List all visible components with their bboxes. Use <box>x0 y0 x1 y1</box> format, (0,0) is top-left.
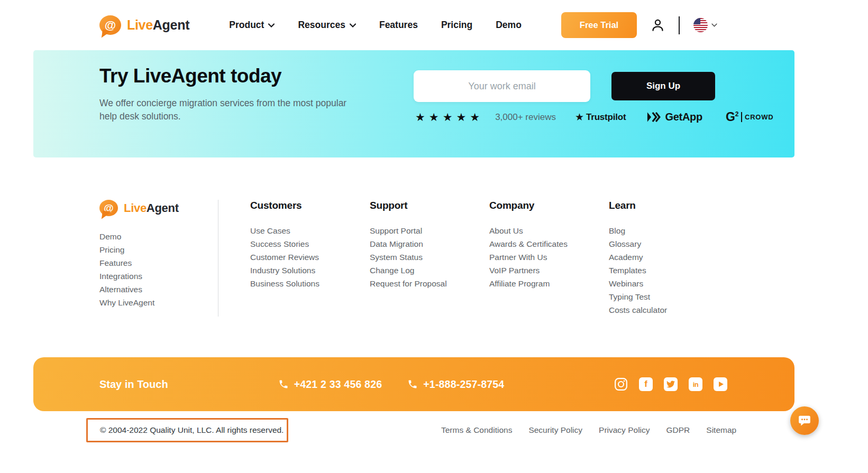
five-stars-icon: ★★★★★ <box>415 111 483 124</box>
linkedin-icon[interactable]: in <box>689 377 702 391</box>
footer-link-request-for-proposal[interactable]: Request for Proposal <box>370 277 489 290</box>
stay-in-touch-title: Stay in Touch <box>99 378 168 391</box>
footer-link-support-portal[interactable]: Support Portal <box>370 224 489 237</box>
header-divider <box>679 16 680 34</box>
chat-widget-button[interactable] <box>790 406 819 435</box>
liveagent-logo[interactable]: @ LiveAgent <box>99 15 189 35</box>
footer-link-costs-calculator[interactable]: Costs calculator <box>609 303 728 317</box>
footer-link-webinars[interactable]: Webinars <box>609 277 728 290</box>
getapp-chevrons-icon <box>647 112 661 123</box>
trustpilot-logo: ★ Trustpilot <box>575 111 626 123</box>
footer-column-customers: Customers Use Cases Success Stories Cust… <box>250 200 370 317</box>
bottom-bar: © 2004-2022 Quality Unit, LLC. All right… <box>0 411 868 468</box>
nav-demo-label: Demo <box>496 20 522 31</box>
privacy-policy-link[interactable]: Privacy Policy <box>599 425 650 435</box>
gdpr-link[interactable]: GDPR <box>666 425 690 435</box>
footer-link-industry-solutions[interactable]: Industry Solutions <box>250 264 370 277</box>
twitter-icon[interactable] <box>664 377 678 391</box>
footer-link-change-log[interactable]: Change Log <box>370 264 489 277</box>
copyright-highlight-box: © 2004-2022 Quality Unit, LLC. All right… <box>86 418 288 442</box>
footer-link-customer-reviews[interactable]: Customer Reviews <box>250 251 370 264</box>
phone-number-2[interactable]: +1-888-257-8754 <box>407 378 504 391</box>
footer-link-success-stories[interactable]: Success Stories <box>250 237 370 251</box>
reviews-count: 3,000+ reviews <box>495 112 556 123</box>
youtube-icon[interactable] <box>714 377 727 391</box>
footer-link-typing-test[interactable]: Typing Test <box>609 290 728 303</box>
footer-link-about-us[interactable]: About Us <box>489 224 609 237</box>
top-navigation: @ LiveAgent Product Resources Features P… <box>0 0 868 50</box>
footer-link-awards-certificates[interactable]: Awards & Certificates <box>489 237 609 251</box>
footer-link-why-liveagent[interactable]: Why LiveAgent <box>99 296 218 309</box>
g2-crowd-logo: G2 CROWD <box>726 110 774 124</box>
liveagent-logo-text: LiveAgent <box>127 17 189 33</box>
header-actions: Free Trial <box>561 12 717 38</box>
footer-links-section: @ LiveAgent Demo Pricing Features Integr… <box>33 200 835 317</box>
main-nav: Product Resources Features Pricing Demo <box>229 20 522 31</box>
column-heading: Support <box>370 200 489 211</box>
liveagent-bubble-icon: @ <box>99 200 118 216</box>
work-email-input[interactable] <box>414 70 590 102</box>
sign-up-button[interactable]: Sign Up <box>611 72 715 100</box>
column-heading: Company <box>489 200 609 211</box>
column-heading: Customers <box>250 200 370 211</box>
phone-icon <box>407 379 418 389</box>
trustpilot-star-icon: ★ <box>575 111 584 123</box>
footer-link-blog[interactable]: Blog <box>609 224 728 237</box>
sitemap-link[interactable]: Sitemap <box>706 425 736 435</box>
footer-quick-links: Demo Pricing Features Integrations Alter… <box>99 230 218 309</box>
footer-link-integrations[interactable]: Integrations <box>99 270 218 283</box>
footer-liveagent-logo[interactable]: @ LiveAgent <box>99 200 218 216</box>
us-flag-icon <box>693 18 708 32</box>
footer-link-affiliate-program[interactable]: Affiliate Program <box>489 277 609 290</box>
free-trial-button[interactable]: Free Trial <box>561 12 637 38</box>
phone-number-1[interactable]: +421 2 33 456 826 <box>278 378 382 391</box>
nav-features-label: Features <box>379 20 418 31</box>
cta-title: Try LiveAgent today <box>99 65 281 87</box>
liveagent-bubble-icon: @ <box>99 15 121 35</box>
phone-icon <box>278 379 289 389</box>
signup-cta-section: Try LiveAgent today We offer concierge m… <box>33 50 794 157</box>
footer-column-company: Company About Us Awards & Certificates P… <box>489 200 609 317</box>
chevron-down-icon <box>711 23 717 27</box>
terms-conditions-link[interactable]: Terms & Conditions <box>441 425 512 435</box>
cta-subtitle: We offer concierge migration services fr… <box>99 97 359 123</box>
security-policy-link[interactable]: Security Policy <box>528 425 582 435</box>
chevron-down-icon <box>350 23 356 27</box>
chat-bubble-icon <box>797 414 812 428</box>
footer-brand-column: @ LiveAgent Demo Pricing Features Integr… <box>99 200 218 317</box>
nav-resources[interactable]: Resources <box>298 20 356 31</box>
footer-link-features[interactable]: Features <box>99 256 218 270</box>
phone-numbers: +421 2 33 456 826 +1-888-257-8754 <box>278 378 505 391</box>
nav-features[interactable]: Features <box>379 20 418 31</box>
footer-link-demo[interactable]: Demo <box>99 230 218 243</box>
footer-link-glossary[interactable]: Glossary <box>609 237 728 251</box>
reviews-row: ★★★★★ 3,000+ reviews ★ Trustpilot GetApp… <box>415 110 774 124</box>
nav-pricing-label: Pricing <box>441 20 472 31</box>
footer-link-data-migration[interactable]: Data Migration <box>370 237 489 251</box>
account-icon[interactable] <box>651 18 665 32</box>
footer-link-academy[interactable]: Academy <box>609 251 728 264</box>
footer-link-system-status[interactable]: System Status <box>370 251 489 264</box>
instagram-icon[interactable] <box>614 377 628 391</box>
social-icons: f in <box>614 377 727 391</box>
nav-pricing[interactable]: Pricing <box>441 20 472 31</box>
footer-link-pricing[interactable]: Pricing <box>99 243 218 256</box>
language-selector[interactable] <box>693 18 717 32</box>
legal-links: Terms & Conditions Security Policy Priva… <box>441 418 736 442</box>
chevron-down-icon <box>268 23 275 27</box>
nav-resources-label: Resources <box>298 20 345 31</box>
copyright-text: © 2004-2022 Quality Unit, LLC. All right… <box>100 425 284 435</box>
footer-link-use-cases[interactable]: Use Cases <box>250 224 370 237</box>
column-heading: Learn <box>609 200 728 211</box>
nav-demo[interactable]: Demo <box>496 20 522 31</box>
facebook-icon[interactable]: f <box>639 377 653 391</box>
footer-link-business-solutions[interactable]: Business Solutions <box>250 277 370 290</box>
nav-product[interactable]: Product <box>229 20 275 31</box>
footer-link-templates[interactable]: Templates <box>609 264 728 277</box>
footer-link-alternatives[interactable]: Alternatives <box>99 283 218 296</box>
footer-column-support: Support Support Portal Data Migration Sy… <box>370 200 489 317</box>
footer-link-voip-partners[interactable]: VoIP Partners <box>489 264 609 277</box>
footer-link-partner-with-us[interactable]: Partner With Us <box>489 251 609 264</box>
getapp-logo: GetApp <box>647 111 702 123</box>
footer-column-learn: Learn Blog Glossary Academy Templates We… <box>609 200 728 317</box>
